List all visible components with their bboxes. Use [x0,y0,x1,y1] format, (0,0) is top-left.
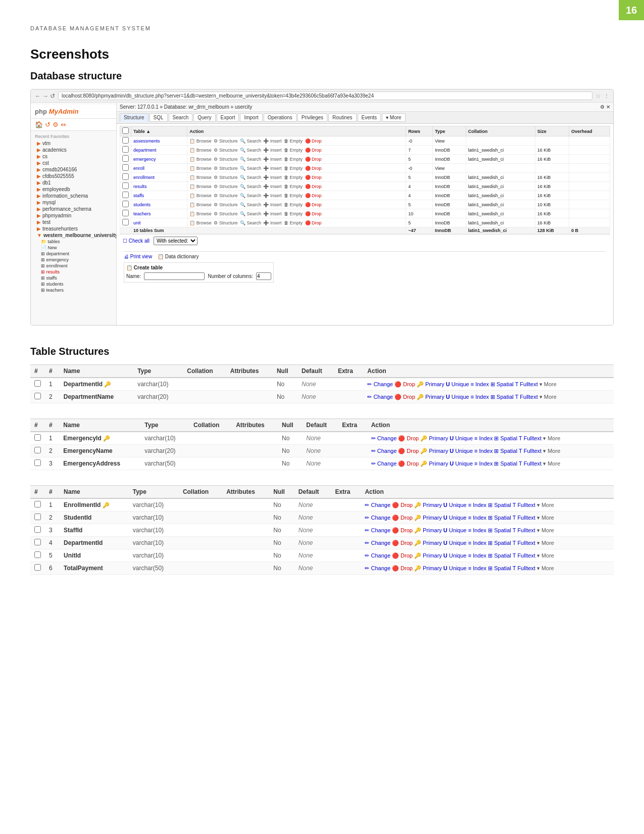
bookmark-icon[interactable]: ☆ [596,92,601,100]
browse-link[interactable]: 📋 Browse [189,175,212,180]
search-link[interactable]: 🔍 Search [240,138,261,144]
drop-link[interactable]: 🔴 Drop [305,157,322,162]
table-name-cell[interactable]: department [131,146,187,155]
change-btn[interactable]: ✏ Change [365,527,390,534]
change-btn[interactable]: ✏ Change [365,565,390,572]
insert-link[interactable]: ➕ Insert [263,138,281,144]
more-btn[interactable]: ▾ More [543,460,560,467]
sidebar-db-academics[interactable]: ▶academics [31,147,116,153]
browse-link[interactable]: 📋 Browse [189,166,212,171]
search-link[interactable]: 🔍 Search [240,166,261,171]
sidebar-tables-folder[interactable]: 📁 tables [31,239,116,245]
structure-link[interactable]: ⚙ Structure [214,157,237,162]
sidebar-new[interactable]: 📄 New [31,245,116,251]
more-btn[interactable]: ▾ More [539,381,557,388]
structure-link[interactable]: ⚙ Structure [214,148,237,153]
empty-link[interactable]: 🗑 Empty [284,148,303,153]
browse-link[interactable]: 📋 Browse [189,157,212,162]
drop-btn[interactable]: 🔴 Drop [392,527,413,534]
col-checkbox[interactable] [34,393,41,399]
search-link[interactable]: 🔍 Search [240,184,261,189]
empty-link[interactable]: 🗑 Empty [284,220,303,225]
reload-icon[interactable]: ↺ [45,121,51,128]
sidebar-db-western[interactable]: ▼western_melbourne_university [31,232,116,239]
fulltext-btn[interactable]: T Fulltext [519,460,541,467]
change-btn[interactable]: ✏ Change [365,540,390,546]
col-checkbox[interactable] [34,539,41,545]
sidebar-table-emergency[interactable]: ⊞ emergency [31,257,116,263]
primary-btn[interactable]: 🔑 Primary [417,381,444,388]
data-dictionary-link[interactable]: 📋 Data dictionary [158,254,199,259]
unique-btn[interactable]: U Unique [450,448,473,454]
insert-link[interactable]: ➕ Insert [263,157,281,162]
row-checkbox[interactable] [122,164,129,171]
col-checkbox[interactable] [34,514,41,520]
fulltext-btn[interactable]: T Fulltext [513,502,535,508]
insert-link[interactable]: ➕ Insert [263,220,281,225]
spatial-btn[interactable]: ⊞ Spatial [488,502,511,508]
print-view-link[interactable]: 🖨 Print view [124,254,152,259]
drop-btn[interactable]: 🔴 Drop [392,515,413,521]
browse-link[interactable]: 📋 Browse [189,202,212,207]
col-checkbox[interactable] [34,564,41,571]
unique-btn[interactable]: U Unique [450,435,473,441]
row-checkbox[interactable] [122,155,129,162]
spatial-btn[interactable]: ⊞ Spatial [488,552,511,559]
sidebar-db-phpmyadmin[interactable]: ▶phpmyadmin [31,212,116,219]
sidebar-db-employeedb[interactable]: ▶employeedb [31,186,116,193]
row-checkbox[interactable] [122,146,129,153]
unique-btn[interactable]: U Unique [446,381,469,387]
spatial-btn[interactable]: ⊞ Spatial [488,527,511,534]
row-checkbox[interactable] [122,192,129,198]
drop-btn[interactable]: 🔴 Drop [392,552,413,559]
table-name-cell[interactable]: enroll [131,164,187,173]
drop-btn[interactable]: 🔴 Drop [394,394,415,400]
unique-btn[interactable]: U Unique [443,502,467,508]
change-btn[interactable]: ✏ Change [371,435,397,442]
structure-link[interactable]: ⚙ Structure [214,202,237,207]
tab-export[interactable]: Export [217,113,239,122]
fulltext-btn[interactable]: T Fulltext [519,435,541,441]
sidebar-table-results[interactable]: ⊞ results [31,269,116,275]
col-checkbox[interactable] [34,434,41,441]
insert-link[interactable]: ➕ Insert [263,175,281,180]
insert-link[interactable]: ➕ Insert [263,166,281,171]
search-link[interactable]: 🔍 Search [240,220,261,225]
sidebar-db-mysql[interactable]: ▶mysql [31,199,116,206]
col-checkbox[interactable] [34,380,41,387]
empty-link[interactable]: 🗑 Empty [284,193,303,198]
spatial-btn[interactable]: ⊞ Spatial [494,460,517,467]
drop-link[interactable]: 🔴 Drop [305,166,322,171]
row-checkbox[interactable] [122,137,129,144]
insert-link[interactable]: ➕ Insert [263,148,281,153]
drop-btn[interactable]: 🔴 Drop [398,435,419,442]
fulltext-btn[interactable]: T Fulltext [519,448,541,454]
index-btn[interactable]: ≡ Index [468,565,486,571]
tab-import[interactable]: Import [240,113,262,122]
row-checkbox[interactable] [122,201,129,207]
primary-btn[interactable]: 🔑 Primary [414,515,442,521]
spatial-btn[interactable]: ⊞ Spatial [490,394,514,400]
sidebar-db-treasurehunters[interactable]: ▶treasurehunters [31,225,116,232]
change-btn[interactable]: ✏ Change [367,381,393,388]
table-name-cell[interactable]: emergency [131,155,187,164]
table-name-cell[interactable]: students [131,200,187,209]
tab-operations[interactable]: Operations [264,113,296,122]
primary-btn[interactable]: 🔑 Primary [420,435,448,442]
browse-link[interactable]: 📋 Browse [189,211,212,216]
drop-link[interactable]: 🔴 Drop [305,175,322,180]
index-btn[interactable]: ≡ Index [471,394,489,400]
spatial-btn[interactable]: ⊞ Spatial [488,515,511,521]
more-btn[interactable]: ▾ More [543,448,560,454]
col-checkbox[interactable] [34,501,41,507]
settings-icon[interactable]: ⚙ [53,121,59,128]
primary-btn[interactable]: 🔑 Primary [414,565,442,572]
search-link[interactable]: 🔍 Search [240,157,261,162]
index-btn[interactable]: ≡ Index [474,435,492,441]
drop-link[interactable]: 🔴 Drop [305,138,322,144]
sidebar-db-cst[interactable]: ▶cst [31,160,116,166]
index-btn[interactable]: ≡ Index [468,552,486,559]
expand-icon[interactable]: ⇔ [61,121,66,128]
browse-link[interactable]: 📋 Browse [189,148,212,153]
drop-link[interactable]: 🔴 Drop [305,184,322,189]
